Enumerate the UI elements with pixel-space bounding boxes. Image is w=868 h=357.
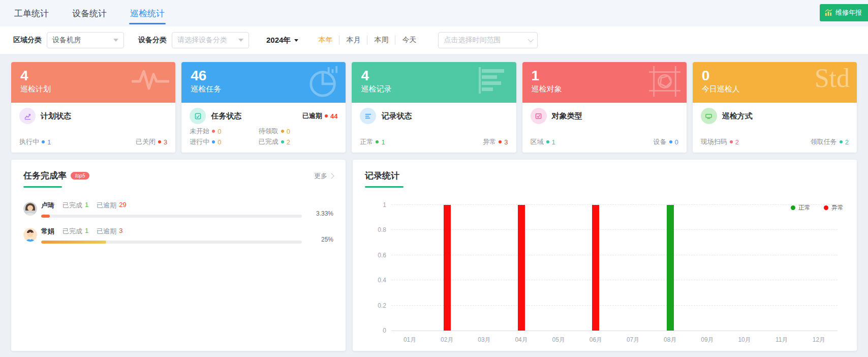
card-header: 1 巡检对象 bbox=[522, 62, 687, 103]
y-axis-tick: 0.8 bbox=[368, 226, 386, 233]
card-inspection-object: 1 巡检对象 对象类型 区域1 设备0 bbox=[522, 62, 687, 153]
stat-device: 设备0 bbox=[654, 137, 678, 146]
completion-percent: 3.33% bbox=[302, 210, 333, 218]
x-axis-label: 08月 bbox=[664, 336, 676, 344]
progress-track bbox=[41, 241, 302, 244]
stat-claim-task: 领取任务2 bbox=[811, 137, 849, 146]
quick-range-this-month[interactable]: 本月 bbox=[339, 36, 367, 45]
done-stat: 已完成1 bbox=[63, 201, 88, 210]
record-stats-panel: 记录统计 正常 异常 00.20.40.60.8101月02月03月04月05月… bbox=[353, 160, 857, 351]
title-underline bbox=[365, 186, 404, 188]
avatar bbox=[23, 202, 37, 216]
hbar-chart-icon bbox=[477, 66, 510, 97]
user-name: 卢琦 bbox=[41, 201, 54, 210]
section-title: 对象类型 bbox=[552, 111, 678, 121]
year-dropdown[interactable]: 2024年 bbox=[266, 36, 298, 45]
clipboard-icon bbox=[190, 108, 206, 124]
progress-fill bbox=[41, 241, 106, 244]
avatar bbox=[23, 228, 37, 242]
device-category-placeholder: 请选择设备分类 bbox=[177, 36, 227, 45]
completion-row: 常娟 已完成1 已逾期3 25% bbox=[23, 227, 333, 244]
card-inspection-record: 4 巡检记录 记录状态 正常1 异常3 bbox=[352, 62, 516, 153]
quick-range-group: 本年 本月 本周 今天 bbox=[312, 36, 423, 45]
stat-normal: 正常1 bbox=[360, 137, 385, 146]
more-link[interactable]: 更多 bbox=[314, 171, 333, 181]
panel-title: 任务完成率 bbox=[23, 170, 67, 182]
annual-repair-report-button[interactable]: 维修年报 bbox=[820, 4, 868, 21]
x-axis-label: 11月 bbox=[776, 336, 788, 344]
x-axis-label: 03月 bbox=[478, 336, 490, 344]
x-axis-label: 02月 bbox=[441, 336, 453, 344]
bar-异常-04月 bbox=[518, 205, 525, 331]
area-category-select[interactable]: 设备机房 bbox=[47, 32, 124, 48]
time-range-placeholder: 点击选择时间范围 bbox=[444, 36, 501, 45]
done-stat: 已完成1 bbox=[63, 227, 88, 236]
top5-badge: top5 bbox=[71, 172, 89, 180]
section-title: 记录状态 bbox=[381, 111, 508, 121]
stat-abnormal: 异常3 bbox=[483, 137, 508, 146]
blueprint-icon bbox=[649, 66, 680, 99]
gridline bbox=[391, 280, 838, 280]
bar-正常-08月 bbox=[667, 205, 674, 331]
check-sheet-icon bbox=[531, 108, 547, 124]
quick-range-this-week[interactable]: 本周 bbox=[367, 36, 395, 45]
bar-异常-02月 bbox=[444, 205, 451, 331]
area-category-label: 区域分类 bbox=[13, 36, 42, 45]
progress-track bbox=[41, 215, 302, 218]
chevron-down-icon bbox=[528, 37, 534, 42]
quick-range-today[interactable]: 今天 bbox=[395, 36, 423, 45]
x-axis-label: 07月 bbox=[627, 336, 639, 344]
user-name: 常娟 bbox=[41, 227, 54, 236]
trend-chart-icon bbox=[19, 108, 36, 124]
stat-executing: 执行中1 bbox=[19, 137, 51, 146]
top-tab-bar: 工单统计 设备统计 巡检统计 维修年报 bbox=[0, 0, 868, 26]
card-inspection-task: 46 巡检任务 任务状态 已逾期44 未开始0 待领取0 进行中0 已完成2 bbox=[181, 62, 346, 153]
y-axis-tick: 0.4 bbox=[368, 277, 386, 284]
stat-completed: 已完成2 bbox=[259, 137, 338, 146]
card-today-inspectors: 0 今日巡检人 Std 巡检方式 现场扫码2 领取任务2 bbox=[693, 62, 857, 153]
tab-inspection-stats[interactable]: 巡检统计 bbox=[129, 1, 166, 26]
device-category-select[interactable]: 请选择设备分类 bbox=[172, 32, 249, 48]
gridline bbox=[391, 204, 838, 205]
tab-device-stats[interactable]: 设备统计 bbox=[71, 1, 108, 26]
caret-down-icon bbox=[113, 39, 118, 42]
chevron-right-icon bbox=[328, 173, 334, 178]
completion-percent: 25% bbox=[302, 236, 333, 244]
panel-title: 记录统计 bbox=[365, 170, 399, 182]
card-header: 0 今日巡检人 Std bbox=[693, 62, 857, 103]
caret-down-icon bbox=[238, 39, 243, 42]
scan-device-icon bbox=[701, 108, 717, 124]
x-axis-label: 06月 bbox=[590, 336, 602, 344]
task-completion-panel: 任务完成率 top5 更多 卢琦 已完成1 已逾期29 3.3 bbox=[11, 160, 346, 351]
gridline bbox=[391, 255, 838, 255]
x-axis-label: 05月 bbox=[552, 336, 565, 344]
bar-异常-06月 bbox=[592, 205, 599, 331]
gridline bbox=[391, 305, 838, 306]
y-axis-tick: 0.2 bbox=[368, 302, 386, 309]
quick-range-this-year[interactable]: 本年 bbox=[312, 36, 339, 45]
summary-cards: 4 巡检计划 计划状态 执行中1 已关闭3 46 巡检任务 bbox=[11, 62, 857, 153]
stat-overdue: 已逾期44 bbox=[302, 111, 337, 121]
x-axis-label: 04月 bbox=[515, 336, 528, 344]
area-category-value: 设备机房 bbox=[52, 36, 81, 45]
card-header: 4 巡检计划 bbox=[11, 62, 175, 103]
y-axis-tick: 0 bbox=[368, 327, 386, 334]
gridline bbox=[391, 229, 838, 230]
chart-plot: 00.20.40.60.8101月02月03月04月05月06月07月08月09… bbox=[391, 205, 838, 331]
y-axis-tick: 0.6 bbox=[368, 252, 386, 259]
caret-down-icon bbox=[294, 39, 298, 42]
overdue-stat: 已逾期29 bbox=[97, 201, 126, 210]
annual-report-label: 维修年报 bbox=[835, 8, 862, 17]
time-range-select[interactable]: 点击选择时间范围 bbox=[438, 32, 538, 48]
filter-bar: 区域分类 设备机房 设备分类 请选择设备分类 2024年 本年 本月 本周 今天… bbox=[0, 26, 868, 54]
y-axis-tick: 1 bbox=[368, 201, 386, 209]
stat-scan-onsite: 现场扫码2 bbox=[701, 137, 739, 146]
section-title: 计划状态 bbox=[41, 111, 167, 121]
x-axis-label: 09月 bbox=[701, 336, 714, 344]
card-header: 46 巡检任务 bbox=[181, 62, 346, 103]
bar-chart-icon bbox=[825, 9, 832, 16]
card-header: 4 巡检记录 bbox=[352, 62, 516, 103]
tab-work-order-stats[interactable]: 工单统计 bbox=[13, 1, 50, 26]
section-title: 任务状态 bbox=[211, 111, 297, 121]
stat-in-progress: 进行中0 bbox=[190, 137, 258, 146]
